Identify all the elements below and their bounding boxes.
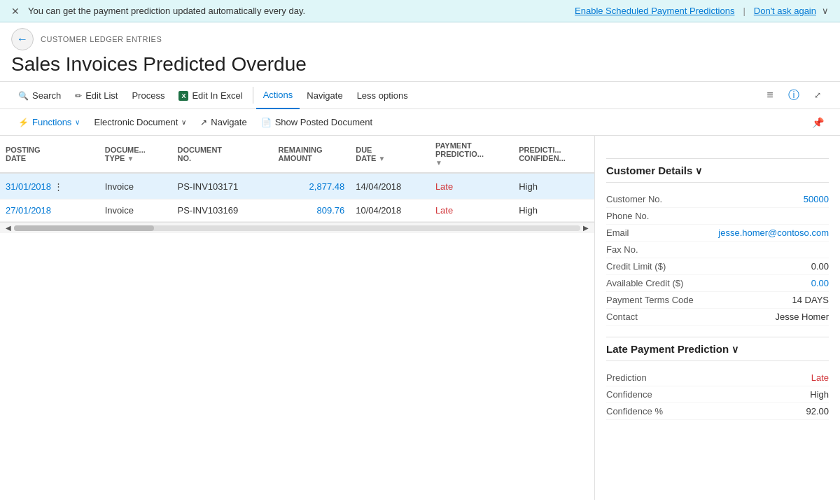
customer-details-title: Customer Details: [606, 164, 692, 176]
late-payment-fields: PredictionLateConfidenceHighConfidence %…: [606, 370, 829, 420]
list-view-button[interactable]: ≡: [759, 84, 781, 106]
secondary-toolbar: Functions ∨ Electronic Document ∨ Naviga…: [0, 109, 840, 136]
late-payment-row: Confidence %92.00: [606, 403, 829, 420]
col-header-payment-prediction[interactable]: PAYMENTPREDICTIO...▼: [430, 136, 513, 173]
less-options-label: Less options: [357, 90, 408, 101]
navigate-secondary-label: Navigate: [211, 117, 246, 127]
cell-payment-prediction: Late: [430, 200, 513, 222]
late-payment-prediction-header[interactable]: Late Payment Prediction ∨: [606, 343, 829, 361]
electronic-document-button[interactable]: Electronic Document ∨: [87, 109, 193, 136]
scroll-right-icon[interactable]: ▶: [580, 224, 592, 232]
toolbar-separator-1: [253, 87, 253, 104]
sort-icon-due-date: ▼: [378, 155, 385, 162]
page-header: ← CUSTOMER LEDGER ENTRIES: [0, 22, 840, 50]
customer-detail-label: Available Credit ($): [606, 278, 683, 288]
edit-in-excel-button[interactable]: Edit In Excel: [172, 81, 249, 109]
customer-detail-value[interactable]: jesse.homer@contoso.com: [718, 227, 829, 238]
edit-in-excel-label: Edit In Excel: [192, 90, 242, 101]
customer-details-fields: Customer No.50000Phone No.Emailjesse.hom…: [606, 191, 829, 326]
electronic-document-label: Electronic Document: [94, 117, 178, 127]
late-payment-row: ConfidenceHigh: [606, 386, 829, 403]
toolbar2-right: 📌: [806, 111, 829, 134]
navigate-secondary-icon: [200, 117, 207, 127]
search-icon: [18, 90, 29, 101]
customer-detail-row: Payment Terms Code14 DAYS: [606, 292, 829, 309]
search-label: Search: [32, 90, 61, 101]
process-button[interactable]: Process: [125, 81, 172, 109]
customer-detail-value: 14 DAYS: [792, 295, 829, 305]
info-button[interactable]: ⓘ: [783, 84, 805, 106]
show-posted-document-button[interactable]: Show Posted Document: [254, 109, 379, 136]
customer-detail-row: Available Credit ($)0.00: [606, 275, 829, 292]
scroll-left-icon[interactable]: ◀: [3, 224, 14, 232]
cell-prediction-confidence: High: [513, 200, 594, 222]
functions-button[interactable]: Functions ∨: [11, 109, 87, 136]
functions-label: Functions: [32, 117, 71, 127]
table-scrollbar[interactable]: ◀ ▶: [0, 222, 594, 233]
panel-mid-separator: [606, 337, 829, 337]
navigate-secondary-button[interactable]: Navigate: [193, 109, 253, 136]
table-row[interactable]: 31/01/2018⋮InvoicePS-INV1031712,877.4814…: [0, 173, 594, 200]
customer-detail-value[interactable]: 50000: [804, 194, 829, 204]
customer-detail-label: Fax No.: [606, 244, 638, 255]
table-area: POSTINGDATE DOCUME...TYPE ▼ DOCUMENTNO. …: [0, 136, 595, 500]
scrollbar-track[interactable]: [14, 225, 580, 231]
customer-detail-row: Emailjesse.homer@contoso.com: [606, 225, 829, 241]
bolt-icon: [18, 117, 29, 127]
electronic-document-chevron-icon: ∨: [181, 118, 186, 126]
scrollbar-thumb[interactable]: [14, 225, 154, 231]
excel-icon: [178, 90, 188, 101]
less-options-button[interactable]: Less options: [350, 81, 415, 109]
pin-icon: 📌: [812, 117, 824, 128]
dont-ask-again-link[interactable]: Don't ask again: [754, 6, 816, 16]
primary-toolbar: Search Edit List Process Edit In Excel A…: [0, 81, 840, 109]
back-button[interactable]: ←: [11, 28, 34, 50]
expand-button[interactable]: ⤢: [806, 84, 829, 106]
customer-detail-value: 0.00: [811, 261, 829, 272]
data-table: POSTINGDATE DOCUME...TYPE ▼ DOCUMENTNO. …: [0, 136, 594, 222]
cell-document-no: PS-INV103171: [172, 173, 273, 200]
col-header-posting-date[interactable]: POSTINGDATE: [0, 136, 99, 173]
sort-icon-prediction: ▼: [435, 159, 442, 167]
panel-top-separator: [606, 158, 829, 159]
customer-detail-value[interactable]: 0.00: [811, 278, 829, 288]
navigate-button[interactable]: Navigate: [300, 81, 349, 109]
edit-list-icon: [75, 90, 82, 101]
col-header-due-date[interactable]: DUEDATE ▼: [350, 136, 430, 173]
customer-detail-label: Payment Terms Code: [606, 295, 694, 305]
late-payment-value: Late: [811, 372, 829, 383]
cell-prediction-confidence: High: [513, 173, 594, 200]
list-icon: ≡: [766, 89, 773, 102]
customer-detail-label: Customer No.: [606, 194, 662, 204]
enable-scheduled-link[interactable]: Enable Scheduled Payment Predictions: [575, 6, 734, 16]
col-header-document-type[interactable]: DOCUME...TYPE ▼: [99, 136, 172, 173]
side-panel: Customer Details ∨ Customer No.50000Phon…: [595, 136, 840, 500]
late-payment-value: High: [810, 389, 829, 400]
table-row[interactable]: 27/01/2018InvoicePS-INV103169809.7610/04…: [0, 200, 594, 222]
row-menu-icon[interactable]: ⋮: [51, 179, 65, 193]
col-header-prediction-confidence[interactable]: PREDICTI...CONFIDEN...: [513, 136, 594, 173]
late-payment-label: Confidence %: [606, 406, 663, 416]
search-button[interactable]: Search: [11, 81, 68, 109]
actions-button[interactable]: Actions: [256, 81, 300, 109]
customer-detail-value: Jesse Homer: [775, 312, 829, 322]
late-payment-label: Confidence: [606, 389, 652, 400]
col-header-remaining-amount[interactable]: REMAININGAMOUNT: [273, 136, 351, 173]
pin-button[interactable]: 📌: [806, 111, 829, 134]
page-title: Sales Invoices Predicted Overdue: [0, 50, 840, 81]
cell-remaining-amount: 2,877.48: [273, 173, 351, 200]
actions-label: Actions: [263, 90, 293, 100]
notification-message: You can get the payment prediction updat…: [28, 6, 569, 16]
late-payment-prediction-section: Late Payment Prediction ∨ PredictionLate…: [606, 343, 829, 420]
customer-detail-label: Credit Limit ($): [606, 261, 666, 272]
customer-detail-label: Email: [606, 227, 629, 238]
posted-document-icon: [261, 117, 272, 127]
notification-close-icon[interactable]: ✕: [11, 6, 20, 17]
customer-details-header[interactable]: Customer Details ∨: [606, 164, 829, 183]
edit-list-button[interactable]: Edit List: [68, 81, 125, 109]
table-header-row: POSTINGDATE DOCUME...TYPE ▼ DOCUMENTNO. …: [0, 136, 594, 173]
main-content: POSTINGDATE DOCUME...TYPE ▼ DOCUMENTNO. …: [0, 136, 840, 500]
toolbar-right-icons: ≡ ⓘ ⤢: [759, 84, 829, 106]
notification-chevron-icon[interactable]: ∨: [822, 6, 829, 16]
col-header-document-no[interactable]: DOCUMENTNO.: [172, 136, 273, 173]
